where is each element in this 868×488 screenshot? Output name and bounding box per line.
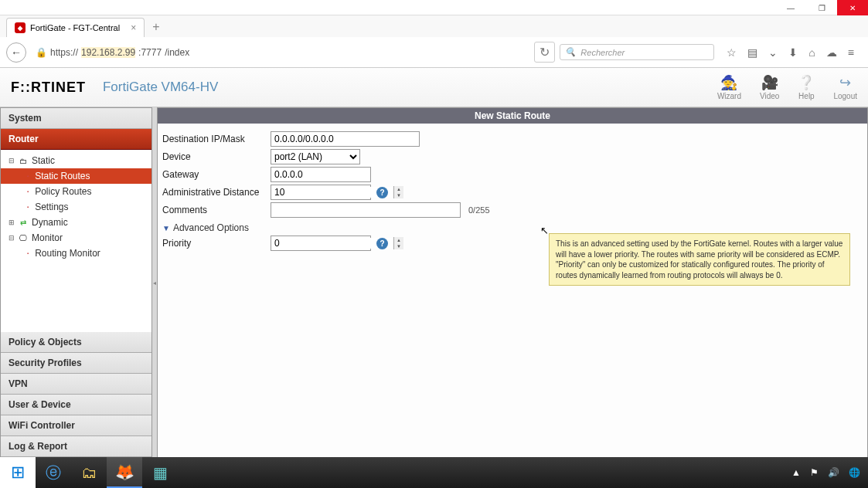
help-icon[interactable]: ? xyxy=(376,238,388,249)
collapse-icon[interactable]: ⊟ xyxy=(9,157,15,164)
label-device: Device xyxy=(162,151,267,162)
help-icon: ❔ xyxy=(798,74,815,91)
collapse-icon[interactable]: ⊟ xyxy=(9,234,15,242)
tray-up-icon[interactable]: ▲ xyxy=(788,467,804,478)
lock-icon: 🔒 xyxy=(36,47,47,58)
main-content: New Static Route Destination IP/Mask Dev… xyxy=(158,107,868,458)
priority-tooltip: This is an advanced setting used by the … xyxy=(549,233,850,286)
url-bar: ← 🔒 https://192.168.2.99:7777/index ↻ 🔍 … xyxy=(0,37,868,68)
tree-node-routing-monitor[interactable]: Routing Monitor xyxy=(1,246,151,261)
url-port: :7777 xyxy=(138,47,162,58)
admin-distance-input[interactable] xyxy=(271,187,393,198)
sidebar-section-security[interactable]: Security Profiles xyxy=(1,353,151,374)
priority-spinner[interactable]: ▲ ▼ xyxy=(271,236,371,251)
label-destination: Destination IP/Mask xyxy=(162,134,267,144)
label-admin-distance: Administrative Distance xyxy=(162,187,267,198)
sidebar-section-system[interactable]: System xyxy=(1,108,151,129)
taskbar-app[interactable]: ▦ xyxy=(142,457,178,488)
priority-input[interactable] xyxy=(271,238,393,249)
reader-icon[interactable]: ▤ xyxy=(747,46,757,59)
window-close-button[interactable]: ✕ xyxy=(837,0,868,15)
spinner-down-button[interactable]: ▼ xyxy=(394,192,403,198)
downloads-icon[interactable]: ⬇ xyxy=(788,46,798,59)
device-select[interactable]: port2 (LAN) xyxy=(271,149,360,164)
menu-icon[interactable]: ≡ xyxy=(848,46,854,59)
search-icon: 🔍 xyxy=(565,47,576,57)
logout-button[interactable]: ↪ Logout xyxy=(833,74,857,100)
row-device: Device port2 (LAN) xyxy=(162,149,863,164)
bookmark-icon[interactable]: ☆ xyxy=(727,46,737,59)
advanced-options-label: Advanced Options xyxy=(173,222,249,233)
spinner-up-button[interactable]: ▲ xyxy=(394,186,403,192)
row-gateway: Gateway xyxy=(162,167,863,182)
row-comments: Comments 0/255 xyxy=(162,202,863,218)
spinner-up-button[interactable]: ▲ xyxy=(394,237,403,243)
help-icon[interactable]: ? xyxy=(376,187,388,198)
row-admin-distance: Administrative Distance ▲ ▼ ? xyxy=(162,185,863,200)
form-area: Destination IP/Mask Device port2 (LAN) G… xyxy=(158,124,867,261)
sidebar-tree: ⊟ 🗀 Static Static Routes Policy Routes S… xyxy=(1,150,151,332)
label-priority: Priority xyxy=(162,238,267,249)
tree-node-settings[interactable]: Settings xyxy=(1,199,151,215)
pocket-icon[interactable]: ⌄ xyxy=(768,46,778,59)
url-path: /index xyxy=(165,47,189,58)
product-name: FortiGate VM64-HV xyxy=(103,80,218,95)
home-icon[interactable]: ⌂ xyxy=(808,46,815,59)
new-tab-button[interactable]: + xyxy=(145,17,167,37)
comments-input[interactable] xyxy=(271,202,461,218)
browser-tab-bar: ◆ FortiGate - FGT-Central × + xyxy=(0,15,868,37)
sidebar-section-log[interactable]: Log & Report xyxy=(1,436,151,457)
reload-button[interactable]: ↻ xyxy=(534,42,555,63)
start-button[interactable]: ⊞ xyxy=(0,457,36,488)
tree-node-policy-routes[interactable]: Policy Routes xyxy=(1,184,151,199)
sync-icon[interactable]: ☁ xyxy=(826,46,837,59)
sidebar-section-vpn[interactable]: VPN xyxy=(1,374,151,395)
tree-node-static-routes[interactable]: Static Routes xyxy=(1,168,151,184)
wizard-button[interactable]: 🧙 Wizard xyxy=(717,74,741,100)
taskbar-firefox[interactable]: 🦊 xyxy=(107,457,142,488)
url-field[interactable]: 🔒 https://192.168.2.99:7777/index xyxy=(31,44,529,61)
main-layout: System Router ⊟ 🗀 Static Static Routes P… xyxy=(0,107,868,458)
wizard-icon: 🧙 xyxy=(717,74,741,91)
tree-node-static[interactable]: ⊟ 🗀 Static xyxy=(1,153,151,168)
advanced-options-toggle[interactable]: ▼ Advanced Options xyxy=(162,222,863,233)
sidebar-section-policy[interactable]: Policy & Objects xyxy=(1,332,151,353)
sidebar-section-router[interactable]: Router xyxy=(1,129,151,150)
system-tray[interactable]: ▲ ⚑ 🔊 🌐 xyxy=(788,467,868,478)
window-maximize-button[interactable]: ❐ xyxy=(806,0,837,15)
nav-back-button[interactable]: ← xyxy=(6,42,26,63)
row-destination: Destination IP/Mask xyxy=(162,131,863,147)
sidebar-resize-handle[interactable]: ◂ xyxy=(152,107,158,458)
spinner-down-button[interactable]: ▼ xyxy=(394,243,403,249)
app-brand: F::RTINET FortiGate VM64-HV xyxy=(11,80,218,96)
tab-title: FortiGate - FGT-Central xyxy=(30,23,120,32)
tab-close-button[interactable]: × xyxy=(131,22,136,33)
folder-icon: 🗀 xyxy=(18,156,29,165)
video-button[interactable]: 🎥 Video xyxy=(760,74,779,100)
taskbar-explorer[interactable]: 🗂 xyxy=(71,457,107,488)
windows-taskbar: ⊞ ⓔ 🗂 🦊 ▦ ▲ ⚑ 🔊 🌐 xyxy=(0,457,868,488)
spinner-buttons: ▲ ▼ xyxy=(393,186,403,198)
url-host: 192.168.2.99 xyxy=(81,47,135,58)
sidebar-section-user[interactable]: User & Device xyxy=(1,395,151,415)
tray-flag-icon[interactable]: ⚑ xyxy=(807,467,822,478)
label-gateway: Gateway xyxy=(162,169,267,180)
taskbar-ie[interactable]: ⓔ xyxy=(36,457,71,488)
expand-icon[interactable]: ⊞ xyxy=(9,219,15,226)
tray-network-icon[interactable]: 🌐 xyxy=(846,467,863,478)
search-placeholder: Rechercher xyxy=(580,48,625,57)
browser-search-input[interactable]: 🔍 Rechercher xyxy=(560,44,714,60)
browser-tab[interactable]: ◆ FortiGate - FGT-Central × xyxy=(6,18,145,37)
spinner-buttons: ▲ ▼ xyxy=(393,237,403,249)
admin-distance-spinner[interactable]: ▲ ▼ xyxy=(271,185,371,200)
destination-input[interactable] xyxy=(271,131,420,147)
help-button[interactable]: ❔ Help xyxy=(798,74,815,100)
tree-node-dynamic[interactable]: ⊞ ⇄ Dynamic xyxy=(1,215,151,230)
window-minimize-button[interactable]: — xyxy=(775,0,806,15)
tree-node-monitor[interactable]: ⊟ 🖵 Monitor xyxy=(1,230,151,246)
tray-volume-icon[interactable]: 🔊 xyxy=(825,467,842,478)
mouse-cursor-icon: ↖ xyxy=(540,225,549,236)
gateway-input[interactable] xyxy=(271,167,371,182)
panel-title: New Static Route xyxy=(158,108,867,124)
sidebar-section-wifi[interactable]: WiFi Controller xyxy=(1,415,151,436)
